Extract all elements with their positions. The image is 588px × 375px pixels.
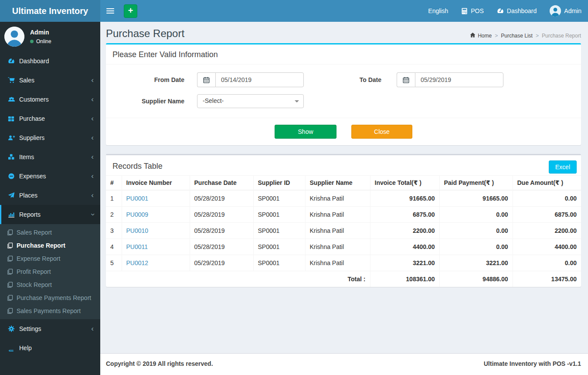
chevron-left-icon: ‹	[91, 97, 94, 102]
sidebar-item-customers: Customers ‹	[0, 90, 100, 109]
submenu-item-label: Sales Report	[17, 229, 52, 236]
from-date-label: From Date	[112, 76, 184, 83]
breadcrumb-middle-label: Purchase List	[501, 33, 533, 39]
invoice-link[interactable]: PU0001	[126, 195, 149, 202]
sidebar-item-purchase: Purchase ‹	[0, 109, 100, 128]
sidebar-item-reports: Reports ‹	[0, 205, 100, 224]
user-menu-label: Admin	[564, 7, 581, 14]
table-row: 4 PU0011 05/28/2019 SP0001 Krishna Patil…	[106, 239, 581, 255]
submenu-item-label: Stock Report	[17, 281, 52, 288]
chevron-down-icon: ‹	[90, 213, 95, 216]
supplier-id-cell: SP0001	[253, 239, 305, 255]
from-date-input[interactable]	[215, 72, 304, 87]
submenu-item-stock-report: Stock Report	[0, 278, 100, 291]
language-label: English	[428, 7, 448, 14]
due-amount-cell: 0.00	[513, 190, 581, 206]
supplier-id-cell: SP0001	[253, 222, 305, 239]
sidebar-item-label: Reports	[19, 211, 41, 218]
table-row: 1 PU0001 05/28/2019 SP0001 Krishna Patil…	[106, 190, 581, 206]
reports-submenu: Sales Report Purchase Report Expense Rep…	[0, 224, 100, 319]
invoice-link[interactable]: PU0011	[126, 243, 148, 250]
sidebar: Admin Online Dashboard Sales ‹ Customers	[0, 22, 100, 375]
calendar-icon	[197, 72, 215, 87]
excel-export-button[interactable]: Excel	[549, 160, 577, 174]
breadcrumb-purchase-list[interactable]: Purchase List	[501, 33, 533, 39]
sidebar-user-avatar	[4, 27, 24, 47]
submenu-item-sales-report: Sales Report	[0, 226, 100, 239]
caret-down-icon	[295, 100, 299, 105]
cart-icon	[8, 77, 19, 84]
minus-circle-icon	[8, 173, 19, 180]
due-amount-cell: 2200.00	[513, 222, 581, 239]
col-header-index: #	[106, 176, 122, 191]
app-window: Ultimate Inventory + English POS Dashbo	[0, 0, 588, 375]
content-wrapper: Purchase Report Home > Purchase List > P…	[100, 22, 588, 353]
sidebar-item-label: Places	[19, 192, 37, 199]
copy-icon	[7, 308, 13, 314]
total-paid-payment: 94886.00	[439, 271, 513, 287]
sidebar-item-expenses: Expenses ‹	[0, 167, 100, 186]
brand-logo[interactable]: Ultimate Inventory	[0, 0, 100, 22]
sidebar-toggle-button[interactable]	[100, 0, 120, 22]
user-menu[interactable]: Admin	[543, 0, 588, 22]
close-button[interactable]: Close	[351, 125, 412, 139]
sidebar-item-label: Items	[19, 153, 34, 160]
quick-add-button[interactable]: +	[124, 4, 137, 18]
sidebar-item-label: Settings	[19, 325, 41, 332]
show-button[interactable]: Show	[275, 125, 336, 139]
sidebar-item-label: Dashboard	[19, 58, 49, 65]
due-amount-cell: 0.00	[513, 255, 581, 271]
submenu-item-sales-payments-report: Sales Payments Report	[0, 304, 100, 317]
dashboard-icon	[8, 58, 19, 65]
invoice-link[interactable]: PU0009	[126, 211, 149, 218]
supplier-name-label: Supplier Name	[112, 98, 184, 105]
supplier-select[interactable]: -Select-	[197, 94, 304, 108]
supplier-id-cell: SP0001	[253, 190, 305, 206]
row-index: 1	[106, 190, 122, 206]
breadcrumb: Home > Purchase List > Purchase Report	[470, 32, 581, 39]
supplier-id-cell: SP0001	[253, 206, 305, 222]
submenu-item-purchase-report: Purchase Report	[0, 239, 100, 252]
dashboard-label: Dashboard	[507, 7, 537, 14]
chevron-left-icon: ‹	[91, 327, 94, 331]
table-header-row: # Invoice Number Purchase Date Supplier …	[106, 176, 581, 191]
breadcrumb-separator: >	[536, 33, 539, 39]
copyright-text: Copyright © 2019 All rights reserved.	[106, 360, 213, 367]
dashboard-link[interactable]: Dashboard	[490, 0, 544, 22]
row-index: 3	[106, 222, 122, 239]
language-menu[interactable]: English	[421, 0, 455, 22]
col-header-invoice-total: Invoice Total(₹ )	[370, 176, 439, 191]
invoice-link[interactable]: PU0012	[126, 259, 149, 266]
sidebar-item-label: Suppliers	[19, 134, 44, 141]
chevron-left-icon: ‹	[91, 136, 94, 140]
hamburger-icon	[106, 7, 114, 15]
bar-chart-icon	[8, 211, 19, 218]
purchase-date-cell: 05/28/2019	[190, 222, 253, 239]
breadcrumb-current: Purchase Report	[542, 33, 581, 39]
records-panel-title: Records Table	[112, 162, 163, 170]
pos-link[interactable]: POS	[455, 0, 490, 22]
col-header-supplier-name: Supplier Name	[305, 176, 370, 191]
online-label: Online	[36, 38, 51, 44]
filter-panel-title: Please Enter Valid Information	[112, 50, 218, 59]
paid-payment-cell: 91665.00	[439, 190, 513, 206]
online-dot-icon	[30, 40, 34, 43]
submenu-item-label: Sales Payments Report	[17, 307, 81, 314]
sidebar-user-status[interactable]: Online	[30, 38, 51, 44]
sidebar-item-suppliers: Suppliers ‹	[0, 128, 100, 147]
invoice-link[interactable]: PU0010	[126, 227, 149, 234]
col-header-invoice-number: Invoice Number	[122, 176, 190, 191]
sidebar-item-settings: Settings ‹	[0, 319, 100, 338]
sidebar-item-dashboard: Dashboard	[0, 51, 100, 71]
to-date-input[interactable]	[415, 72, 503, 87]
breadcrumb-home[interactable]: Home	[470, 32, 492, 39]
grid-icon	[8, 116, 19, 122]
sidebar-user-name: Admin	[30, 29, 51, 36]
due-amount-cell: 6875.00	[513, 206, 581, 222]
top-navbar: Ultimate Inventory + English POS Dashbo	[0, 0, 588, 22]
supplier-id-cell: SP0001	[253, 255, 305, 271]
submenu-item-label: Purchase Report	[17, 242, 65, 249]
paid-payment-cell: 0.00	[439, 239, 513, 255]
chevron-left-icon: ‹	[91, 155, 94, 159]
breadcrumb-home-label: Home	[478, 33, 492, 39]
